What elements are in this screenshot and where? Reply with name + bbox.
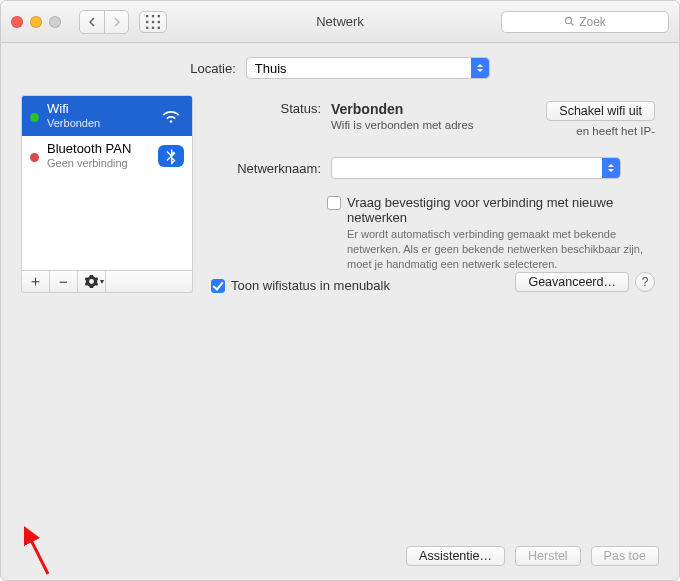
service-actions-button[interactable]: ▾ [78,271,106,292]
service-status: Geen verbinding [47,157,131,170]
status-value: Verbonden [331,101,546,117]
service-name: Bluetooth PAN [47,142,131,157]
netname-row: Netwerknaam: [211,157,655,179]
footer-buttons: Assistentie… Herstel Pas toe [406,546,659,566]
status-row: Status: Verbonden Wifi is verbonden met … [211,101,655,137]
titlebar: Netwerk Zoek [1,1,679,43]
detail-panel: Status: Verbonden Wifi is verbonden met … [207,95,659,293]
search-placeholder: Zoek [579,15,606,29]
zoom-button [49,16,61,28]
traffic-lights [11,16,61,28]
svg-rect-5 [158,20,160,22]
close-button[interactable] [11,16,23,28]
revert-button[interactable]: Herstel [515,546,581,566]
detail-bottom-row: Toon wifistatus in menubalk Geavanceerd…… [211,272,655,293]
body: Wifi Verbonden Bluetooth PAN Geen verbin… [1,95,679,309]
sidebar-column: Wifi Verbonden Bluetooth PAN Geen verbin… [21,95,193,293]
svg-rect-8 [158,26,160,28]
turn-off-wifi-button[interactable]: Schakel wifi uit [546,101,655,121]
status-value-col: Verbonden Wifi is verbonden met adres [331,101,546,131]
ask-join-checkbox[interactable] [327,196,341,210]
nav-buttons [79,10,129,34]
status-dot-icon [30,153,39,162]
bluetooth-icon [158,145,184,167]
service-name: Wifi [47,102,100,117]
netname-label: Netwerknaam: [211,161,331,176]
location-row: Locatie: Thuis [1,43,679,95]
svg-line-10 [571,23,574,26]
assist-button[interactable]: Assistentie… [406,546,505,566]
service-item-wifi[interactable]: Wifi Verbonden [22,96,192,136]
location-select[interactable]: Thuis [246,57,490,79]
service-list: Wifi Verbonden Bluetooth PAN Geen verbin… [21,95,193,271]
ask-join-row: Vraag bevestiging voor verbinding met ni… [327,195,655,225]
ask-join-description: Er wordt automatisch verbinding gemaakt … [347,227,655,272]
service-text: Wifi Verbonden [47,102,100,130]
svg-rect-1 [152,15,154,17]
wifi-icon [158,105,184,127]
add-service-button[interactable]: ＋ [22,271,50,292]
svg-point-9 [566,17,572,23]
network-name-select[interactable] [331,157,621,179]
advanced-button[interactable]: Geavanceerd… [515,272,629,292]
svg-rect-4 [152,20,154,22]
location-label: Locatie: [190,61,236,76]
show-menubar-label: Toon wifistatus in menubalk [231,278,390,293]
search-icon [564,16,575,27]
help-button[interactable]: ? [635,272,655,292]
forward-button[interactable] [104,11,128,33]
status-label: Status: [211,101,331,116]
svg-rect-7 [152,26,154,28]
network-prefs-window: Netwerk Zoek Locatie: Thuis Wifi [0,0,680,581]
location-value: Thuis [255,61,287,76]
sidebar-toolbar-spacer [106,271,192,292]
svg-rect-0 [146,15,148,17]
status-subtext-1: Wifi is verbonden met adres [331,119,501,131]
apply-button[interactable]: Pas toe [591,546,659,566]
show-menubar-checkbox[interactable] [211,279,225,293]
search-field[interactable]: Zoek [501,11,669,33]
svg-rect-2 [158,15,160,17]
ask-join-label: Vraag bevestiging voor verbinding met ni… [347,195,655,225]
chevron-down-icon: ▾ [100,277,104,286]
chevron-updown-icon [602,158,620,178]
remove-service-button[interactable]: − [50,271,78,292]
back-button[interactable] [80,11,104,33]
show-all-button[interactable] [139,11,167,33]
service-text: Bluetooth PAN Geen verbinding [47,142,131,170]
sidebar-toolbar: ＋ − ▾ [21,271,193,293]
svg-rect-3 [146,20,148,22]
service-item-bluetooth[interactable]: Bluetooth PAN Geen verbinding [22,136,192,176]
status-subtext-2: en heeft het IP- [576,125,655,137]
status-dot-icon [30,113,39,122]
show-menubar-row: Toon wifistatus in menubalk [211,278,390,293]
svg-line-11 [28,534,48,574]
service-status: Verbonden [47,117,100,130]
gear-icon [85,275,98,288]
annotation-arrow-icon [0,500,60,581]
svg-rect-6 [146,26,148,28]
minimize-button[interactable] [30,16,42,28]
chevron-updown-icon [471,58,489,78]
